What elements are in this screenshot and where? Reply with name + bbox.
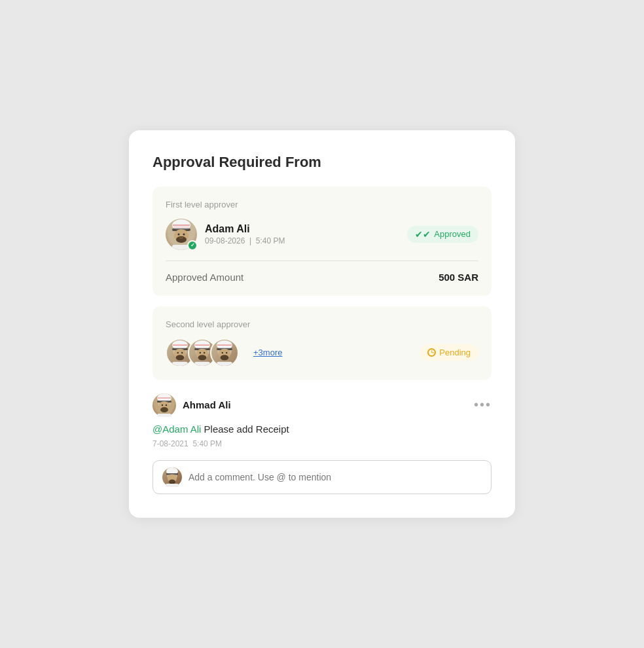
first-level-label: First level approver bbox=[166, 200, 478, 209]
svg-point-50 bbox=[169, 480, 175, 484]
svg-rect-27 bbox=[194, 361, 210, 365]
svg-point-44 bbox=[160, 407, 168, 412]
comment-input[interactable] bbox=[188, 472, 482, 482]
first-approver-details: Adam Ali 09-08-2026 | 5:40 PM bbox=[205, 223, 285, 245]
svg-point-42 bbox=[162, 405, 163, 406]
comment-input-wrapper bbox=[152, 460, 492, 494]
double-check-icon: ✔✔ bbox=[415, 229, 431, 240]
first-level-approver-block: First level approver bbox=[152, 187, 492, 296]
comment-message: Please add Receipt bbox=[201, 423, 289, 435]
first-approver-name: Adam Ali bbox=[205, 223, 285, 235]
comment-header: Ahmad Ali ••• bbox=[152, 393, 492, 417]
comment-timestamp: 7-08-2021 5:40 PM bbox=[152, 439, 492, 448]
second-approver-row: +3more Pending bbox=[166, 338, 478, 367]
comment-options-button[interactable]: ••• bbox=[474, 397, 492, 412]
svg-point-25 bbox=[204, 352, 205, 353]
svg-rect-36 bbox=[217, 361, 232, 365]
svg-point-24 bbox=[200, 352, 201, 353]
first-approver-row: Adam Ali 09-08-2026 | 5:40 PM ✔✔ Approve… bbox=[166, 219, 478, 250]
comment-author-avatar bbox=[152, 393, 176, 417]
clock-icon bbox=[427, 348, 436, 357]
approver4-face-svg bbox=[211, 338, 238, 367]
svg-rect-18 bbox=[172, 361, 188, 365]
svg-point-33 bbox=[222, 352, 223, 353]
input-user-avatar bbox=[162, 467, 182, 487]
second-approver-avatar-3 bbox=[210, 338, 239, 367]
svg-rect-45 bbox=[157, 414, 171, 417]
svg-point-26 bbox=[198, 355, 207, 360]
svg-point-35 bbox=[221, 355, 229, 360]
approved-check-badge bbox=[187, 240, 198, 251]
comment-body: @Adam Ali Please add Receipt bbox=[152, 422, 492, 437]
approval-card: Approval Required From First level appro… bbox=[129, 130, 515, 518]
svg-point-43 bbox=[166, 405, 167, 406]
svg-point-16 bbox=[181, 352, 183, 353]
approved-amount-value: 500 SAR bbox=[438, 272, 478, 283]
first-approver-info: Adam Ali 09-08-2026 | 5:40 PM bbox=[166, 219, 285, 250]
first-approver-avatar-wrapper bbox=[166, 219, 197, 250]
approved-badge: ✔✔ Approved bbox=[407, 226, 478, 243]
ahmad-face-svg bbox=[152, 393, 176, 417]
comment-author-name: Ahmad Ali bbox=[183, 399, 231, 410]
comment-mention: @Adam Ali bbox=[152, 423, 201, 435]
input-avatar-svg bbox=[162, 467, 182, 487]
svg-point-15 bbox=[177, 352, 179, 353]
divider bbox=[166, 261, 478, 261]
svg-point-34 bbox=[226, 352, 227, 353]
second-level-label: Second level approver bbox=[166, 319, 478, 329]
page-title: Approval Required From bbox=[152, 154, 492, 171]
svg-point-8 bbox=[176, 236, 187, 243]
second-approver-avatars bbox=[166, 338, 239, 367]
first-approver-datetime: 09-08-2026 | 5:40 PM bbox=[205, 236, 285, 245]
second-approver-info: +3more bbox=[166, 338, 282, 367]
comment-section: Ahmad Ali ••• @Adam Ali Please add Recei… bbox=[152, 393, 492, 495]
approved-amount-label: Approved Amount bbox=[166, 272, 243, 283]
svg-point-7 bbox=[183, 233, 185, 235]
svg-rect-51 bbox=[166, 484, 179, 487]
comment-author-row: Ahmad Ali bbox=[152, 393, 231, 417]
svg-point-17 bbox=[176, 355, 185, 360]
svg-point-6 bbox=[178, 233, 180, 235]
more-approvers-link[interactable]: +3more bbox=[253, 348, 282, 357]
pending-badge: Pending bbox=[420, 344, 478, 361]
second-level-approver-block: Second level approver bbox=[152, 306, 492, 380]
approved-amount-row: Approved Amount 500 SAR bbox=[166, 272, 478, 283]
